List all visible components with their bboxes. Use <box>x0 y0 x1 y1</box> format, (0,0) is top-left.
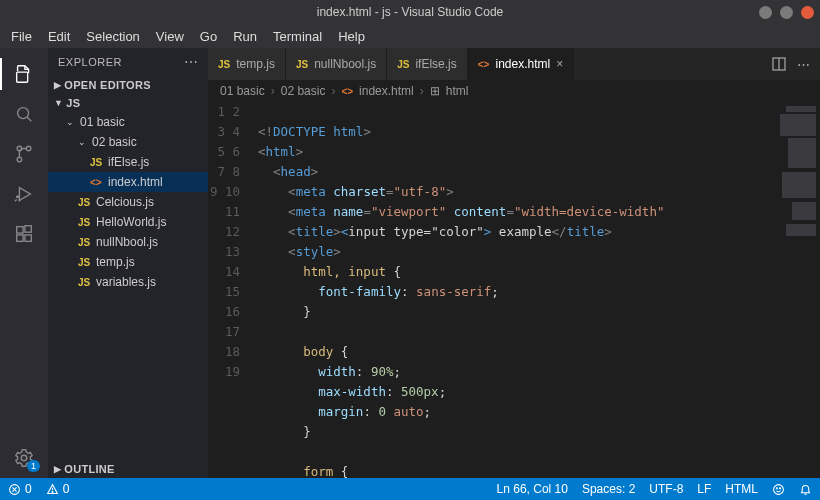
status-feedback-icon[interactable] <box>772 482 785 496</box>
file-row[interactable]: JStemp.js <box>48 252 208 272</box>
svg-point-23 <box>776 487 777 488</box>
js-file-icon: JS <box>78 217 92 228</box>
symbol-icon: ⊞ <box>430 84 440 98</box>
svg-point-22 <box>774 484 784 494</box>
chevron-down-icon: ⌄ <box>66 117 76 127</box>
breadcrumb-item[interactable]: 01 basic <box>220 84 265 98</box>
file-label: ifElse.js <box>108 155 149 169</box>
editor-group: JStemp.jsJSnullNbool.jsJSifElse.js<>inde… <box>208 48 820 478</box>
tab-index-html[interactable]: <>index.html× <box>468 48 574 80</box>
split-editor-icon[interactable] <box>771 56 787 72</box>
svg-point-24 <box>780 487 781 488</box>
status-errors[interactable]: 0 <box>8 482 32 496</box>
explorer-icon[interactable] <box>0 54 48 94</box>
file-label: 01 basic <box>80 115 125 129</box>
breadcrumb-item[interactable]: index.html <box>359 84 414 98</box>
extensions-icon[interactable] <box>0 214 48 254</box>
search-icon[interactable] <box>0 94 48 134</box>
status-lang[interactable]: HTML <box>725 482 758 496</box>
main-area: 1 EXPLORER ⋯ ▶ OPEN EDITORS ▼ JS ⌄01 bas… <box>0 48 820 478</box>
minimize-button[interactable] <box>759 6 772 19</box>
folder-row[interactable]: ⌄01 basic <box>48 112 208 132</box>
menu-view[interactable]: View <box>149 27 191 46</box>
status-eol[interactable]: LF <box>697 482 711 496</box>
html-file-icon: <> <box>341 86 353 97</box>
status-bell-icon[interactable] <box>799 482 812 496</box>
file-row[interactable]: JSHelloWorld.js <box>48 212 208 232</box>
window-controls <box>759 6 814 19</box>
outline-section[interactable]: ▶ OUTLINE <box>48 460 208 478</box>
source-control-icon[interactable] <box>0 134 48 174</box>
line-gutter: 1 2 3 4 5 6 7 8 9 10 11 12 13 14 15 16 1… <box>208 102 254 478</box>
status-encoding[interactable]: UTF-8 <box>649 482 683 496</box>
window-title: index.html - js - Visual Studio Code <box>317 5 504 19</box>
menu-file[interactable]: File <box>4 27 39 46</box>
file-row[interactable]: JSifElse.js <box>48 152 208 172</box>
file-label: variables.js <box>96 275 156 289</box>
workspace-section[interactable]: ▼ JS <box>48 94 208 112</box>
breadcrumb-sep: › <box>420 84 424 98</box>
status-warnings[interactable]: 0 <box>46 482 70 496</box>
close-button[interactable] <box>801 6 814 19</box>
file-row[interactable]: <>index.html <box>48 172 208 192</box>
tab-label: index.html <box>495 57 550 71</box>
status-cursor[interactable]: Ln 66, Col 10 <box>497 482 568 496</box>
chevron-down-icon: ▼ <box>54 98 63 108</box>
file-label: HelloWorld.js <box>96 215 166 229</box>
menu-help[interactable]: Help <box>331 27 372 46</box>
menu-terminal[interactable]: Terminal <box>266 27 329 46</box>
menu-go[interactable]: Go <box>193 27 224 46</box>
svg-line-8 <box>15 200 17 202</box>
code-editor[interactable]: 1 2 3 4 5 6 7 8 9 10 11 12 13 14 15 16 1… <box>208 102 820 478</box>
file-label: Celcious.js <box>96 195 154 209</box>
settings-gear-icon[interactable]: 1 <box>0 438 48 478</box>
menu-selection[interactable]: Selection <box>79 27 146 46</box>
file-row[interactable]: JSCelcious.js <box>48 192 208 212</box>
folder-row[interactable]: ⌄02 basic <box>48 132 208 152</box>
svg-rect-12 <box>25 235 31 241</box>
svg-point-21 <box>52 491 53 492</box>
tab-temp-js[interactable]: JStemp.js <box>208 48 286 80</box>
more-icon[interactable]: ⋯ <box>797 57 810 72</box>
menu-edit[interactable]: Edit <box>41 27 77 46</box>
breadcrumb-item[interactable]: html <box>446 84 469 98</box>
svg-rect-11 <box>17 235 23 241</box>
html-file-icon: <> <box>478 59 490 70</box>
file-label: index.html <box>108 175 163 189</box>
js-file-icon: JS <box>78 257 92 268</box>
chevron-down-icon: ⌄ <box>78 137 88 147</box>
run-debug-icon[interactable] <box>0 174 48 214</box>
minimap[interactable] <box>774 102 820 478</box>
breadcrumb-item[interactable]: 02 basic <box>281 84 326 98</box>
titlebar: index.html - js - Visual Studio Code <box>0 0 820 24</box>
settings-badge: 1 <box>27 460 40 472</box>
close-icon[interactable]: × <box>556 57 563 71</box>
svg-point-7 <box>17 196 19 198</box>
tab-ifElse-js[interactable]: JSifElse.js <box>387 48 468 80</box>
svg-point-14 <box>21 455 27 461</box>
svg-rect-0 <box>17 72 28 82</box>
file-row[interactable]: JSvariables.js <box>48 272 208 292</box>
status-spaces[interactable]: Spaces: 2 <box>582 482 635 496</box>
js-file-icon: JS <box>296 59 308 70</box>
sidebar: EXPLORER ⋯ ▶ OPEN EDITORS ▼ JS ⌄01 basic… <box>48 48 208 478</box>
tab-nullNbool-js[interactable]: JSnullNbool.js <box>286 48 387 80</box>
sidebar-more-icon[interactable]: ⋯ <box>184 54 199 70</box>
menubar: FileEditSelectionViewGoRunTerminalHelp <box>0 24 820 48</box>
file-row[interactable]: JSnullNbool.js <box>48 232 208 252</box>
menu-run[interactable]: Run <box>226 27 264 46</box>
open-editors-section[interactable]: ▶ OPEN EDITORS <box>48 76 208 94</box>
svg-line-2 <box>27 117 31 121</box>
breadcrumb[interactable]: 01 basic›02 basic›<>index.html›⊞html <box>208 80 820 102</box>
maximize-button[interactable] <box>780 6 793 19</box>
sidebar-title: EXPLORER <box>58 56 122 68</box>
code-lines[interactable]: <!DOCTYPE html> <html> <head> <meta char… <box>254 102 774 478</box>
js-file-icon: JS <box>90 157 104 168</box>
svg-point-3 <box>26 146 31 151</box>
js-file-icon: JS <box>218 59 230 70</box>
js-file-icon: JS <box>397 59 409 70</box>
chevron-right-icon: ▶ <box>54 464 61 474</box>
file-label: nullNbool.js <box>96 235 158 249</box>
chevron-right-icon: ▶ <box>54 80 61 90</box>
activity-bar: 1 <box>0 48 48 478</box>
